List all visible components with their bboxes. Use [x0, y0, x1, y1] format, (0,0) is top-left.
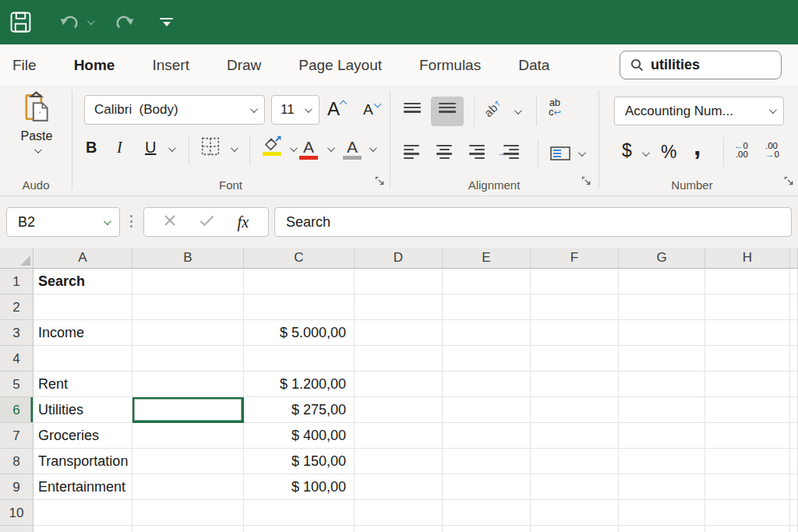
cell-F9[interactable] [531, 474, 619, 500]
cell-A2[interactable] [34, 294, 132, 320]
row-header-10[interactable]: 10 [0, 500, 34, 526]
cell-E2[interactable] [443, 294, 531, 320]
cell-A3[interactable]: Income [34, 320, 132, 346]
cell-H8[interactable] [705, 449, 790, 474]
menu-tab-data[interactable]: Data [518, 57, 549, 74]
undo-dropdown-chevron-icon[interactable] [87, 17, 95, 25]
number-dialog-launcher-icon[interactable] [784, 175, 794, 189]
cell-F1[interactable] [531, 269, 619, 294]
cell-D11[interactable] [355, 526, 443, 532]
row-header-2[interactable]: 2 [0, 294, 34, 320]
column-header-E[interactable]: E [443, 248, 531, 269]
cell-G11[interactable] [619, 526, 705, 532]
cell-B7[interactable] [132, 423, 244, 449]
cell-partial6[interactable] [790, 397, 798, 423]
cell-D2[interactable] [355, 294, 443, 320]
cell-F11[interactable] [531, 526, 619, 532]
merge-center-button[interactable] [550, 146, 570, 160]
cell-E10[interactable] [443, 500, 531, 526]
redo-icon[interactable] [113, 13, 135, 32]
row-header-1[interactable]: 1 [0, 269, 34, 294]
cell-D10[interactable] [355, 500, 443, 526]
cell-F6[interactable] [531, 397, 619, 423]
cell-partial7[interactable] [790, 423, 798, 449]
orientation-dropdown-chevron-icon[interactable] [514, 107, 522, 115]
accounting-format-chevron-icon[interactable] [642, 149, 650, 157]
cell-C5[interactable]: $ 1.200,00 [244, 372, 355, 397]
column-header-A[interactable]: A [34, 248, 132, 269]
cell-G1[interactable] [619, 269, 705, 294]
cell-partial5[interactable] [790, 372, 798, 397]
comma-style-button[interactable]: , [694, 131, 701, 161]
cell-A4[interactable] [34, 346, 132, 372]
fill-color-button[interactable] [260, 136, 284, 156]
cell-H10[interactable] [705, 500, 790, 526]
increase-decimal-button[interactable]: ←0 .00 [734, 142, 748, 159]
decrease-decimal-button[interactable]: .00 →0 [765, 142, 779, 159]
accounting-format-button[interactable]: $ [622, 140, 632, 161]
cell-A8[interactable]: Transportation [34, 449, 132, 474]
cell-F5[interactable] [531, 372, 619, 397]
cell-G9[interactable] [619, 474, 705, 500]
column-header-G[interactable]: G [619, 248, 705, 269]
alignment-dialog-launcher-icon[interactable] [581, 175, 591, 189]
cell-D1[interactable] [355, 269, 443, 294]
column-header-C[interactable]: C [244, 248, 355, 269]
cell-C6[interactable]: $ 275,00 [244, 397, 355, 423]
cell-F2[interactable] [531, 294, 619, 320]
cell-F10[interactable] [531, 500, 619, 526]
cell-D9[interactable] [355, 474, 443, 500]
cell-D7[interactable] [355, 423, 443, 449]
row-header-11[interactable]: 11 [0, 526, 34, 532]
menu-tab-formulas[interactable]: Formulas [419, 57, 481, 74]
enter-icon[interactable] [200, 215, 214, 230]
cell-B9[interactable] [132, 474, 244, 500]
underline-dropdown-chevron-icon[interactable] [168, 144, 176, 152]
cell-H2[interactable] [705, 294, 790, 320]
cell-E4[interactable] [443, 346, 531, 372]
cell-C3[interactable]: $ 5.000,00 [244, 320, 355, 346]
row-header-8[interactable]: 8 [0, 449, 34, 474]
save-icon[interactable] [10, 12, 31, 33]
borders-dropdown-chevron-icon[interactable] [231, 144, 238, 152]
wrap-text-button[interactable]: ab c↩ [549, 98, 561, 117]
cell-C9[interactable]: $ 100,00 [244, 474, 355, 500]
paste-button[interactable]: Paste [8, 90, 65, 171]
cell-D6[interactable] [355, 397, 443, 423]
cell-G2[interactable] [619, 294, 705, 320]
cell-B5[interactable] [132, 372, 244, 397]
cell-A1[interactable]: Search [34, 269, 132, 294]
cell-B11[interactable] [132, 526, 244, 532]
underline-button[interactable]: U [145, 139, 156, 157]
cell-E3[interactable] [443, 320, 531, 346]
cell-B4[interactable] [132, 346, 244, 372]
cell-G5[interactable] [619, 372, 705, 397]
cell-C11[interactable] [244, 526, 355, 532]
cancel-icon[interactable] [164, 214, 176, 230]
paste-dropdown-chevron-icon[interactable] [34, 146, 41, 153]
menu-tab-page-layout[interactable]: Page Layout [298, 57, 382, 74]
top-align-button[interactable] [404, 103, 421, 113]
cell-H3[interactable] [705, 320, 790, 346]
font-dialog-launcher-icon[interactable] [375, 175, 385, 189]
cell-G4[interactable] [619, 346, 705, 372]
cell-partial10[interactable] [790, 500, 798, 526]
formula-input[interactable]: Search [274, 207, 792, 237]
column-header-B[interactable]: B [132, 248, 244, 269]
cell-partial1[interactable] [790, 269, 798, 294]
cell-H1[interactable] [705, 269, 790, 294]
column-header-D[interactable]: D [355, 248, 443, 269]
cell-A6[interactable]: Utilities [34, 397, 132, 423]
cell-G7[interactable] [619, 423, 705, 449]
insert-function-icon[interactable]: fx [238, 213, 249, 231]
fill-color-dropdown-chevron-icon[interactable] [290, 144, 298, 152]
cell-C1[interactable] [244, 269, 355, 294]
cell-B3[interactable] [132, 320, 244, 346]
cell-H5[interactable] [705, 372, 790, 397]
menu-tab-insert[interactable]: Insert [152, 57, 189, 74]
cell-H7[interactable] [705, 423, 790, 449]
align-right-button[interactable] [469, 145, 485, 159]
cell-E1[interactable] [443, 269, 531, 294]
select-all-corner[interactable] [0, 248, 34, 269]
borders-button[interactable] [201, 137, 220, 156]
